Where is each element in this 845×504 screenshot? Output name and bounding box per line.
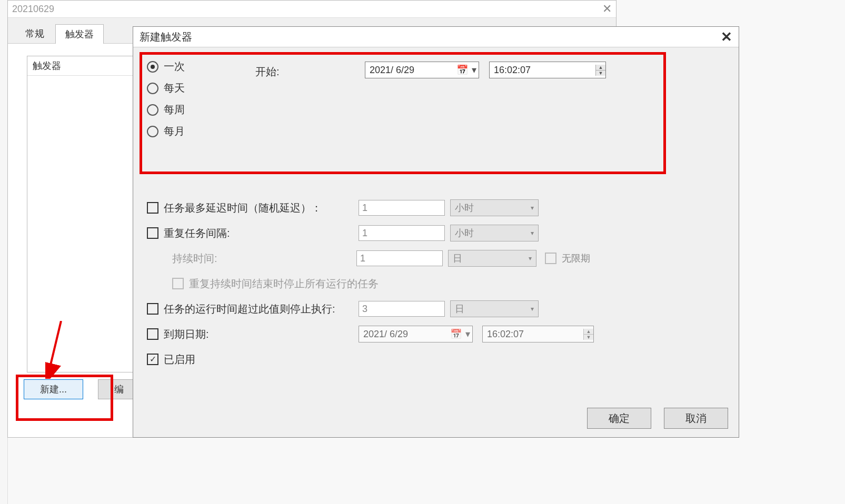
spinner-icon[interactable]: ▲▼ bbox=[583, 329, 593, 340]
schedule-radios: 一次 每天 每周 每月 bbox=[147, 59, 185, 146]
start-date-input[interactable]: 2021/ 6/29 📅 ▾ bbox=[365, 62, 479, 78]
checkbox-random-delay[interactable] bbox=[147, 202, 158, 214]
radio-weekly[interactable]: 每周 bbox=[147, 103, 185, 117]
opt-repeat: 重复任务间隔: 1 小时▾ bbox=[147, 220, 731, 246]
opt-stop-at-end: 重复持续时间结束时停止所有运行的任务 bbox=[147, 271, 731, 296]
date-value: 2021/ 6/29 bbox=[359, 329, 449, 340]
checkbox-repeat[interactable] bbox=[147, 227, 158, 239]
chevron-down-icon: ▾ bbox=[531, 305, 534, 313]
unit-text: 日 bbox=[455, 303, 464, 315]
spinner-icon[interactable]: ▲▼ bbox=[595, 65, 605, 76]
checkbox-stop-longer[interactable] bbox=[147, 303, 158, 315]
screen: 20210629 ✕ 常规 触发器 触发器 新建... 编 新建触发器 ✕ 一次… bbox=[0, 0, 845, 504]
radio-daily[interactable]: 每天 bbox=[147, 81, 185, 95]
svg-line-0 bbox=[48, 321, 61, 374]
new-trigger-title: 新建触发器 bbox=[140, 30, 192, 44]
chevron-down-icon: ▾ bbox=[529, 255, 532, 262]
stop-longer-value[interactable]: 3 bbox=[359, 301, 445, 317]
calendar-icon: 📅 bbox=[449, 328, 463, 340]
time-value: 16:02:07 bbox=[483, 329, 583, 340]
tab-general[interactable]: 常规 bbox=[15, 24, 54, 43]
repeat-unit[interactable]: 小时▾ bbox=[450, 225, 539, 241]
radio-label: 每月 bbox=[164, 124, 185, 138]
radio-once[interactable]: 一次 bbox=[147, 59, 185, 74]
annotation-arrow-icon bbox=[45, 321, 66, 379]
random-delay-unit[interactable]: 小时▾ bbox=[450, 199, 539, 216]
random-delay-value[interactable]: 1 bbox=[359, 200, 445, 216]
calendar-icon: 📅 bbox=[455, 64, 469, 76]
parent-title-text: 20210629 bbox=[12, 4, 54, 15]
close-icon[interactable]: ✕ bbox=[602, 2, 612, 16]
radio-icon bbox=[147, 126, 158, 137]
start-time-input[interactable]: 16:02:07 ▲▼ bbox=[489, 62, 606, 78]
opt-label: 重复持续时间结束时停止所有运行的任务 bbox=[189, 277, 379, 291]
opt-label: 任务的运行时间超过此值则停止执行: bbox=[164, 302, 359, 316]
stop-longer-unit[interactable]: 日▾ bbox=[450, 300, 539, 317]
checkbox-expire[interactable] bbox=[147, 328, 158, 340]
opt-label: 任务最多延迟时间（随机延迟）： bbox=[164, 201, 359, 215]
duration-unit[interactable]: 日▾ bbox=[448, 250, 536, 267]
chevron-down-icon: ▾ bbox=[531, 229, 534, 237]
trigger-list-header: 触发器 bbox=[27, 56, 143, 76]
unlimited-label: 无限期 bbox=[562, 252, 590, 265]
opt-duration: 持续时间: 1 日▾ 无限期 bbox=[147, 246, 731, 271]
checkbox-enabled[interactable] bbox=[147, 354, 158, 365]
opt-label: 持续时间: bbox=[172, 251, 356, 266]
opt-random-delay: 任务最多延迟时间（随机延迟）： 1 小时▾ bbox=[147, 195, 731, 220]
tab-triggers[interactable]: 触发器 bbox=[55, 24, 104, 44]
unit-text: 小时 bbox=[455, 201, 474, 214]
radio-icon bbox=[147, 61, 158, 73]
new-trigger-titlebar: 新建触发器 ✕ bbox=[133, 27, 739, 47]
opt-label: 重复任务间隔: bbox=[164, 226, 359, 240]
left-edge-strip bbox=[0, 0, 8, 504]
unit-text: 日 bbox=[453, 252, 462, 265]
expire-time-input[interactable]: 16:02:07 ▲▼ bbox=[482, 326, 594, 342]
trigger-list-panel: 触发器 bbox=[27, 56, 144, 372]
opt-label: 已启用 bbox=[164, 352, 195, 367]
ok-button[interactable]: 确定 bbox=[587, 408, 651, 429]
opt-enabled: 已启用 bbox=[147, 347, 731, 372]
dialog-footer: 确定 取消 bbox=[587, 408, 728, 429]
radio-label: 一次 bbox=[164, 59, 185, 74]
opt-expire: 到期日期: 2021/ 6/29 📅 ▾ 16:02:07 ▲▼ bbox=[147, 321, 731, 347]
annotation-highlight-new bbox=[16, 375, 113, 421]
radio-monthly[interactable]: 每月 bbox=[147, 124, 185, 138]
parent-titlebar: 20210629 ✕ bbox=[8, 1, 616, 18]
checkbox-stop-at-end[interactable] bbox=[172, 278, 184, 289]
checkbox-unlimited bbox=[545, 253, 556, 264]
duration-value[interactable]: 1 bbox=[356, 250, 443, 266]
chevron-down-icon: ▾ bbox=[463, 328, 472, 340]
start-label: 开始: bbox=[255, 65, 280, 79]
opt-stop-longer: 任务的运行时间超过此值则停止执行: 3 日▾ bbox=[147, 296, 731, 321]
date-value: 2021/ 6/29 bbox=[365, 65, 455, 76]
new-trigger-dialog: 新建触发器 ✕ 一次 每天 每周 每月 开始: 2021/ 6/29 📅 ▾ 1… bbox=[133, 26, 739, 438]
radio-label: 每周 bbox=[164, 103, 185, 117]
unit-text: 小时 bbox=[455, 227, 474, 239]
close-icon[interactable]: ✕ bbox=[721, 29, 732, 45]
repeat-value[interactable]: 1 bbox=[359, 225, 445, 241]
opt-unlimited[interactable]: 无限期 bbox=[545, 252, 590, 265]
opt-label: 到期日期: bbox=[164, 327, 359, 341]
radio-label: 每天 bbox=[164, 81, 185, 95]
expire-date-input[interactable]: 2021/ 6/29 📅 ▾ bbox=[359, 326, 473, 342]
chevron-down-icon: ▾ bbox=[469, 64, 479, 76]
cancel-button[interactable]: 取消 bbox=[664, 408, 728, 429]
radio-icon bbox=[147, 104, 158, 116]
radio-icon bbox=[147, 83, 158, 94]
time-value: 16:02:07 bbox=[490, 65, 595, 76]
chevron-down-icon: ▾ bbox=[531, 204, 534, 211]
advanced-options: 任务最多延迟时间（随机延迟）： 1 小时▾ 重复任务间隔: 1 小时▾ 持续时间… bbox=[147, 195, 731, 372]
